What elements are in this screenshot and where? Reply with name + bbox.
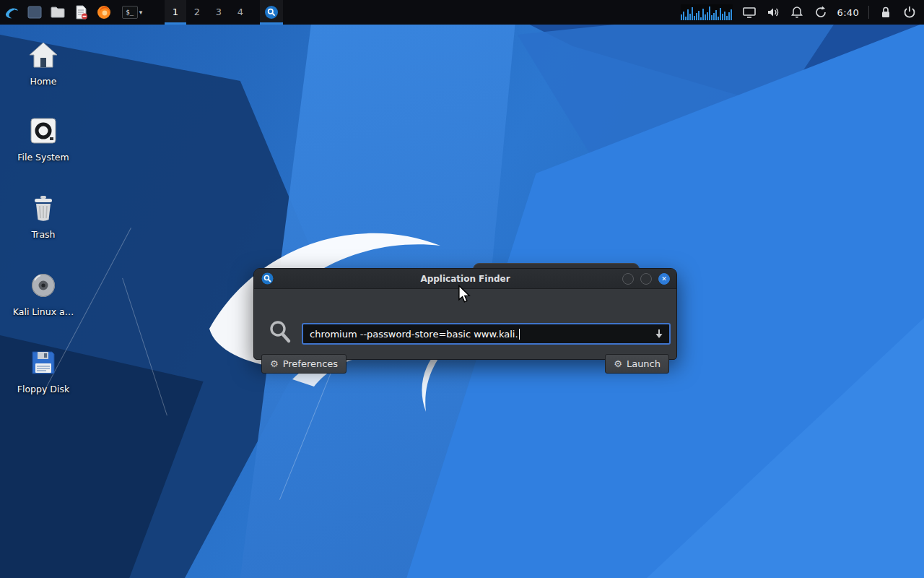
updates-icon[interactable] — [814, 5, 828, 20]
preferences-label: Preferences — [283, 358, 338, 369]
lock-icon[interactable] — [879, 5, 893, 20]
window-button-files[interactable] — [46, 0, 69, 25]
folder-icon — [50, 5, 66, 20]
desktop-icon-label: Trash — [10, 229, 77, 240]
dropdown-arrow-icon[interactable] — [654, 329, 664, 339]
window-button-editor[interactable] — [69, 0, 92, 25]
app-finder-icon — [261, 272, 274, 285]
applications-menu-button[interactable] — [0, 0, 23, 25]
search-icon — [269, 320, 292, 345]
launch-button[interactable]: ⚙ Launch — [605, 354, 669, 374]
window-titlebar[interactable]: Application Finder — [254, 269, 676, 289]
wallpaper-crack — [122, 278, 167, 416]
desktop-icon-label: File System — [10, 152, 77, 163]
desktop-icon-filesystem[interactable]: File System — [10, 113, 77, 163]
desktop-icon-label: Home — [10, 76, 77, 87]
desktop-icon-label: Kali Linux a… — [10, 306, 77, 317]
taskbar-app-finder[interactable] — [260, 0, 283, 25]
desktop-icon-label: Floppy Disk — [10, 384, 77, 394]
window-button-firefox[interactable] — [92, 0, 116, 25]
app-finder-task-icon — [264, 5, 279, 20]
application-finder-window: Application Finder chromium --password-s… — [253, 268, 677, 360]
chevron-down-icon: ▾ — [139, 9, 143, 16]
terminal-icon: $_ — [122, 6, 138, 19]
maximize-button[interactable] — [640, 273, 652, 285]
command-input[interactable]: chromium --password-store=basic www.kali… — [302, 323, 671, 345]
clock[interactable]: 6:40 — [837, 7, 859, 18]
home-icon — [10, 38, 77, 72]
workspace-2[interactable]: 2 — [186, 0, 208, 25]
kali-logo-icon — [4, 4, 20, 21]
cpu-graph[interactable] — [681, 4, 733, 20]
desktop-icon-trash[interactable]: Trash — [10, 191, 77, 240]
app-window-icon — [27, 5, 43, 20]
firefox-icon — [96, 5, 112, 20]
notifications-bell-icon[interactable] — [790, 5, 804, 20]
minimize-button[interactable] — [622, 273, 634, 285]
workspace-1[interactable]: 1 — [165, 0, 186, 25]
command-text: chromium --password-store=basic www.kali… — [310, 329, 518, 340]
run-gear-icon: ⚙ — [614, 358, 622, 369]
window-button-app[interactable] — [23, 0, 46, 25]
gear-icon: ⚙ — [270, 358, 279, 369]
trash-icon — [10, 191, 77, 225]
desktop-icon-kali-cd[interactable]: Kali Linux a… — [10, 268, 77, 317]
window-button-terminal[interactable]: $_ ▾ — [116, 0, 149, 25]
desktop-icon-floppy[interactable]: Floppy Disk — [10, 345, 77, 394]
workspace-3[interactable]: 3 — [208, 0, 230, 25]
workspace-switcher: 1 2 3 4 — [165, 0, 251, 25]
floppy-icon — [10, 345, 77, 380]
workspace-4[interactable]: 4 — [230, 0, 251, 25]
display-icon[interactable] — [742, 5, 757, 20]
top-panel: $_ ▾ 1 2 3 4 — [0, 0, 924, 25]
volume-icon[interactable] — [766, 5, 780, 20]
desktop-icon-home[interactable]: Home — [10, 38, 77, 87]
document-icon — [73, 5, 89, 20]
drive-icon — [10, 113, 77, 148]
close-button[interactable] — [658, 273, 670, 285]
disc-icon — [10, 268, 77, 303]
launch-label: Launch — [627, 358, 661, 369]
text-caret — [519, 329, 520, 340]
preferences-button[interactable]: ⚙ Preferences — [261, 354, 346, 374]
power-icon[interactable] — [902, 5, 917, 20]
desktop-screen: Home File System Trash Kali Linux a… Flo… — [0, 0, 924, 578]
panel-separator — [868, 6, 869, 19]
window-title: Application Finder — [254, 274, 676, 284]
